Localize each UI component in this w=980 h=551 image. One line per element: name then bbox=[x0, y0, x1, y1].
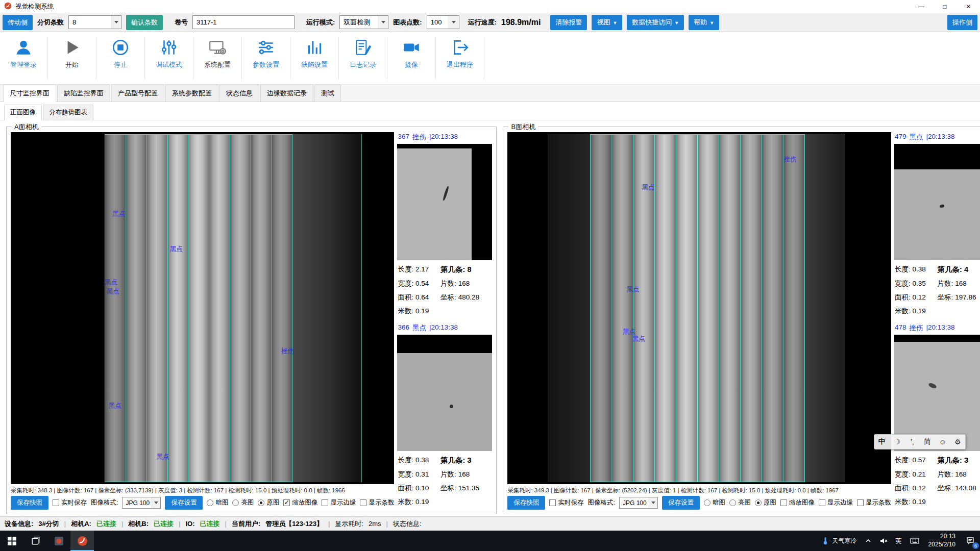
zoom-image-checkbox[interactable]: 缩放图像 bbox=[780, 498, 815, 507]
defect-card[interactable]: 478 挫伤 |20:13:38 长度: 0.57 第几条: 3 宽度: 0.2… bbox=[894, 323, 980, 507]
taskbar-app-1[interactable] bbox=[47, 531, 70, 551]
show-edges-checkbox[interactable]: 显示边缘 bbox=[819, 498, 853, 507]
ime-punctuation-toggle[interactable]: ’, bbox=[904, 435, 920, 449]
tab-test[interactable]: 测试 bbox=[314, 85, 341, 102]
menu-arrow-icon: ▼ bbox=[709, 20, 714, 26]
touch-keyboard-button[interactable] bbox=[906, 531, 923, 551]
defect-card[interactable]: 366 黑点 |20:13:38 长度: 0.38 第几条: 3 宽度: 0.3… bbox=[397, 323, 492, 507]
radio-icon[interactable] bbox=[232, 499, 239, 506]
stop-button[interactable]: 停止 bbox=[98, 36, 143, 84]
chevron-down-icon[interactable] bbox=[449, 16, 459, 29]
tray-overflow-button[interactable] bbox=[861, 531, 875, 551]
checkbox-icon[interactable] bbox=[322, 499, 328, 506]
roll-number-input[interactable]: 3117-1 bbox=[192, 15, 295, 29]
defect-card[interactable]: 367 挫伤 |20:13:38 长度: 2.17 第几条: 8 bbox=[397, 132, 492, 316]
data-quick-access-menu-button[interactable]: 数据快捷访问▼ bbox=[627, 15, 684, 30]
save-snapshot-button[interactable]: 保存快照 bbox=[507, 496, 545, 510]
save-settings-button[interactable]: 保存设置 bbox=[662, 496, 700, 510]
params-settings-button[interactable]: 参数设置 bbox=[243, 36, 288, 84]
tab-size-monitor[interactable]: 尺寸监控界面 bbox=[3, 85, 56, 102]
log-record-button[interactable]: 日志记录 bbox=[340, 36, 385, 84]
save-snapshot-button[interactable]: 保存快照 bbox=[11, 496, 48, 510]
bright-image-radio[interactable]: 亮图 bbox=[232, 498, 254, 507]
input-language-indicator[interactable]: 英 bbox=[892, 531, 906, 551]
task-view-button[interactable] bbox=[23, 531, 47, 551]
tab-product-model-config[interactable]: 产品型号配置 bbox=[111, 85, 164, 102]
checkbox-icon[interactable] bbox=[780, 499, 787, 506]
drive-side-button[interactable]: 传动侧 bbox=[3, 15, 33, 30]
checkbox-icon[interactable] bbox=[360, 499, 366, 506]
checkbox-icon[interactable] bbox=[283, 499, 290, 506]
radio-icon[interactable] bbox=[755, 499, 762, 506]
original-image-radio[interactable]: 原图 bbox=[258, 498, 279, 507]
realtime-save-checkbox[interactable]: 实时保存 bbox=[549, 498, 583, 507]
dark-image-radio[interactable]: 暗图 bbox=[704, 498, 725, 507]
split-count-select[interactable]: 8 bbox=[68, 15, 121, 29]
subtab-distribution-chart[interactable]: 分布趋势图表 bbox=[43, 105, 93, 120]
chevron-down-icon[interactable] bbox=[111, 16, 121, 29]
chevron-down-icon[interactable] bbox=[152, 497, 160, 508]
confirm-count-button[interactable]: 确认条数 bbox=[126, 15, 163, 30]
run-mode-select[interactable]: 双面检测 bbox=[339, 15, 388, 29]
save-settings-button[interactable]: 保存设置 bbox=[165, 496, 203, 510]
checkbox-icon[interactable] bbox=[53, 499, 59, 506]
show-count-checkbox[interactable]: 显示条数 bbox=[360, 498, 394, 507]
checkbox-icon[interactable] bbox=[857, 499, 864, 506]
radio-icon[interactable] bbox=[729, 499, 736, 506]
tab-edge-data-record[interactable]: 边缘数据记录 bbox=[260, 85, 313, 102]
minimize-button[interactable]: — bbox=[910, 0, 933, 13]
radio-icon[interactable] bbox=[258, 499, 264, 506]
camera-capture-button[interactable]: 摄像 bbox=[389, 36, 434, 84]
image-format-select[interactable]: JPG 100 bbox=[122, 497, 161, 509]
defect-time: |20:13:38 bbox=[429, 133, 458, 142]
debug-mode-button[interactable]: 调试模式 bbox=[146, 36, 191, 84]
checkbox-icon[interactable] bbox=[819, 499, 825, 506]
maximize-button[interactable]: □ bbox=[933, 0, 957, 13]
show-count-checkbox[interactable]: 显示条数 bbox=[857, 498, 891, 507]
ime-language-toggle[interactable]: 中 bbox=[874, 435, 890, 449]
exit-program-button[interactable]: 退出程序 bbox=[437, 36, 482, 84]
show-edges-label: 显示边缘 bbox=[827, 498, 853, 507]
start-button[interactable] bbox=[0, 531, 23, 551]
chevron-down-icon[interactable] bbox=[649, 497, 657, 508]
admin-login-button[interactable]: 管理登录 bbox=[1, 36, 46, 84]
show-edges-checkbox[interactable]: 显示边缘 bbox=[322, 498, 356, 507]
dark-image-radio[interactable]: 暗图 bbox=[207, 498, 228, 507]
view-menu-button[interactable]: 视图▼ bbox=[592, 15, 622, 30]
ime-simplified-toggle[interactable]: 简 bbox=[920, 435, 935, 449]
operate-side-button[interactable]: 操作侧 bbox=[947, 15, 977, 30]
clear-alarm-button[interactable]: 清除报警 bbox=[550, 15, 587, 30]
system-config-button[interactable]: 系统配置 bbox=[195, 36, 240, 84]
radio-icon[interactable] bbox=[704, 499, 710, 506]
subtab-front-image[interactable]: 正面图像 bbox=[4, 105, 42, 120]
tab-status-info[interactable]: 状态信息 bbox=[219, 85, 259, 102]
ime-settings-gear-icon[interactable]: ⚙ bbox=[950, 435, 965, 449]
zoom-image-checkbox[interactable]: 缩放图像 bbox=[283, 498, 317, 507]
ime-emoji-icon[interactable]: ☺ bbox=[935, 435, 950, 449]
tab-defect-monitor[interactable]: 缺陷监控界面 bbox=[57, 85, 110, 102]
defect-marker-label: 黑点 bbox=[157, 453, 169, 461]
chevron-down-icon[interactable] bbox=[378, 16, 388, 29]
run-mode-value: 双面检测 bbox=[344, 18, 370, 27]
defect-settings-button[interactable]: 缺陷设置 bbox=[292, 36, 337, 84]
ime-fullwidth-moon-icon[interactable]: ☽ bbox=[890, 435, 905, 449]
original-image-radio[interactable]: 原图 bbox=[755, 498, 776, 507]
close-button[interactable]: ✕ bbox=[957, 0, 980, 13]
weather-widget[interactable]: 天气寒冷 bbox=[817, 531, 861, 551]
notification-center-button[interactable]: 6 bbox=[961, 531, 980, 551]
radio-icon[interactable] bbox=[207, 499, 213, 506]
tab-system-params-config[interactable]: 系统参数配置 bbox=[165, 85, 218, 102]
run-mode-label: 运行模式: bbox=[306, 18, 335, 27]
image-format-select[interactable]: JPG 100 bbox=[619, 497, 658, 509]
original-image-label: 原图 bbox=[266, 498, 279, 507]
taskbar-app-vision-system[interactable] bbox=[70, 531, 94, 551]
volume-button[interactable] bbox=[875, 531, 892, 551]
clock[interactable]: 20:13 2025/2/10 bbox=[923, 531, 961, 551]
start-button[interactable]: 开始 bbox=[50, 36, 94, 84]
checkbox-icon[interactable] bbox=[549, 499, 556, 506]
defect-card[interactable]: 479 黑点 |20:13:38 长度: 0.38 第几条: 4 宽度: 0.3… bbox=[894, 132, 980, 316]
bright-image-radio[interactable]: 亮图 bbox=[729, 498, 751, 507]
chart-points-select[interactable]: 100 bbox=[427, 15, 459, 29]
help-menu-button[interactable]: 帮助▼ bbox=[689, 15, 719, 30]
realtime-save-checkbox[interactable]: 实时保存 bbox=[53, 498, 87, 507]
